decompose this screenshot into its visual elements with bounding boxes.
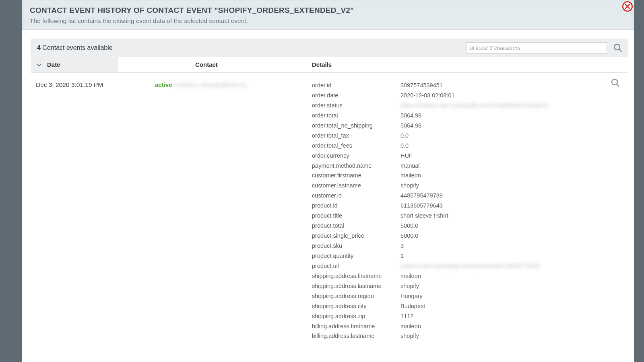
- detail-row: product.total5000.0: [312, 221, 624, 231]
- detail-row: product.quantity1: [312, 251, 624, 261]
- detail-key: product.quantity: [312, 251, 400, 261]
- col-details-header[interactable]: Details: [309, 57, 627, 72]
- detail-value: shopify: [400, 331, 624, 341]
- dialog-title: CONTACT EVENT HISTORY OF CONTACT EVENT "…: [30, 6, 626, 15]
- cell-details: order.id3097574539451order.date2020-12-0…: [309, 77, 627, 345]
- table-header: Date Contact Details: [31, 57, 627, 72]
- detail-key: shipping.address.zip: [312, 311, 400, 321]
- detail-row: order.currencyHUF: [312, 151, 624, 161]
- detail-row: billing.address.firstnamemaileon: [312, 321, 624, 331]
- detail-value: HUF: [400, 151, 624, 161]
- detail-key: payment.method.name: [312, 161, 400, 171]
- detail-value: 0.0: [400, 141, 624, 151]
- detail-row: product.single_price5000.0: [312, 231, 624, 241]
- detail-value: 3: [400, 241, 624, 251]
- detail-key: shipping.address.city: [312, 301, 400, 311]
- detail-row: product.id6113605779643: [312, 201, 624, 211]
- detail-row: customer.id4485795479739: [312, 191, 624, 201]
- search-button[interactable]: [613, 43, 623, 53]
- search-icon: [611, 78, 620, 88]
- col-contact-header[interactable]: Contact: [192, 57, 309, 72]
- detail-value: maileon: [400, 171, 624, 181]
- detail-row: order.total_fees0.0: [312, 141, 624, 151]
- detail-key: shipping.address.region: [312, 291, 400, 301]
- detail-value: 5000.0: [400, 221, 624, 231]
- detail-row: shipping.address.cityBudapest: [312, 301, 624, 311]
- detail-value: shopify: [400, 281, 624, 291]
- detail-value: short sleeve t-shirt: [400, 211, 624, 221]
- detail-key: order.total_tax: [312, 131, 400, 141]
- status-badge: active: [155, 81, 172, 88]
- detail-key: product.id: [312, 201, 400, 211]
- detail-row: order.statushttps://maileon-dev.myshopif…: [312, 101, 624, 111]
- cell-contact: active maileon.shopify@test.hu: [152, 77, 309, 345]
- detail-key: customer.firstname: [312, 171, 400, 181]
- col-date-header[interactable]: Date: [31, 57, 118, 72]
- detail-value: 1112: [400, 311, 624, 321]
- close-button[interactable]: [622, 1, 633, 12]
- detail-value: Budapest: [400, 301, 624, 311]
- close-icon: [622, 1, 633, 12]
- detail-value: 5000.0: [400, 231, 624, 241]
- detail-key: customer.id: [312, 191, 400, 201]
- detail-row: shipping.address.firstnamemaileon: [312, 271, 624, 281]
- detail-key: billing.address.firstname: [312, 321, 400, 331]
- detail-key: product.title: [312, 211, 400, 221]
- detail-value: 0.0: [400, 131, 624, 141]
- detail-row: product.sku3: [312, 241, 624, 251]
- detail-row: shipping.address.lastnameshopify: [312, 281, 624, 291]
- detail-key: order.total: [312, 111, 400, 121]
- event-count: 4 Contact events available: [37, 44, 113, 51]
- detail-row: customer.firstnamemaileon: [312, 171, 624, 181]
- detail-value: 2020-12-03 02:08:01: [400, 90, 624, 101]
- search-input[interactable]: [466, 42, 607, 53]
- detail-row: product.urlmaileon-dev.myshopify.com/pro…: [312, 261, 624, 271]
- svg-line-4: [617, 84, 619, 86]
- detail-key: product.single_price: [312, 231, 400, 241]
- detail-key: order.status: [312, 101, 400, 111]
- detail-value: Hungary: [400, 291, 624, 301]
- detail-key: order.total_fees: [312, 141, 400, 151]
- detail-key: product.sku: [312, 241, 400, 251]
- detail-value: 3097574539451: [400, 80, 624, 90]
- detail-key: order.currency: [312, 151, 400, 161]
- chevron-down-icon: [36, 62, 42, 68]
- detail-key: product.total: [312, 221, 400, 231]
- detail-value: 5064.98: [400, 121, 624, 131]
- detail-row: order.total_tax0.0: [312, 131, 624, 141]
- detail-value: 1: [400, 251, 624, 261]
- detail-value: shopify: [400, 181, 624, 191]
- table-row: Dec 3, 2020 3:01:19 PM active maileon.sh…: [31, 72, 627, 345]
- detail-row: product.titleshort sleeve t-shirt: [312, 211, 624, 221]
- detail-row: payment.method.namemanual: [312, 161, 624, 171]
- search-wrap: [466, 42, 623, 53]
- event-count-label: Contact events available: [41, 44, 113, 51]
- detail-key: shipping.address.firstname: [312, 271, 400, 281]
- dialog-subtitle: The following list contains the existing…: [30, 17, 626, 25]
- detail-key: product.url: [312, 261, 400, 271]
- detail-value: manual: [400, 161, 624, 171]
- detail-key: shipping.address.lastname: [312, 281, 400, 291]
- detail-value: maileon: [400, 321, 624, 331]
- detail-key: order.id: [312, 80, 400, 90]
- detail-value: maileon: [400, 271, 624, 281]
- cell-date: Dec 3, 2020 3:01:19 PM: [31, 77, 152, 345]
- detail-row: order.total5064.98: [312, 111, 624, 121]
- detail-row: order.id3097574539451: [312, 80, 624, 90]
- detail-value: 4485795479739: [400, 191, 624, 201]
- svg-line-2: [619, 49, 621, 51]
- dialog-body: 4 Contact events available Date: [22, 30, 634, 345]
- detail-key: order.date: [312, 90, 400, 101]
- detail-row: customer.lastnameshopify: [312, 181, 624, 191]
- detail-value: maileon-dev.myshopify.com/products/61136…: [400, 261, 624, 271]
- detail-row: shipping.address.regionHungary: [312, 291, 624, 301]
- detail-key: billing.address.lastname: [312, 331, 400, 341]
- detail-value: 6113605779643: [400, 201, 624, 211]
- detail-value: https://maileon-dev.myshopify.com/514985…: [400, 101, 624, 111]
- detail-row: order.total_no_shipping5064.98: [312, 121, 624, 131]
- detail-key: order.total_no_shipping: [312, 121, 400, 131]
- detail-key: customer.lastname: [312, 181, 400, 191]
- events-table: Date Contact Details Dec 3, 2020 3:01:19…: [31, 57, 627, 345]
- row-search-button[interactable]: [611, 78, 620, 89]
- event-count-number: 4: [37, 44, 41, 51]
